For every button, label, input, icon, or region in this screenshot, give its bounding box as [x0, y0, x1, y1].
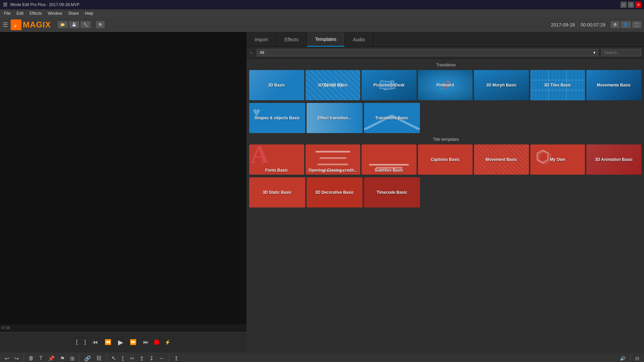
chevron-down-icon: ▾ — [593, 50, 595, 55]
ctrl-prev-scene[interactable]: ⏮ — [91, 338, 99, 347]
preview-screen — [0, 32, 247, 332]
tile-subtitles-basic[interactable]: Subtitles Basic — [362, 144, 417, 175]
trim-button[interactable]: ⟦ — [120, 354, 126, 362]
ctrl-extra[interactable]: ⚡ — [163, 338, 172, 346]
top-toolbar: ☰ // MAGIX 📂 💾 🔧 ⚙ 2017-09-28 00:00:07:2… — [0, 17, 644, 32]
undo-button[interactable]: ↩ — [3, 354, 11, 362]
menu-window[interactable]: Window — [45, 10, 65, 16]
panel: Import Effects Templates Audio ← All ▾ T… — [247, 32, 644, 352]
transitions-section-label: Transitions — [251, 63, 641, 67]
menu-help[interactable]: Help — [82, 10, 96, 16]
menu-toggle[interactable]: ☰ — [3, 21, 8, 28]
toolbar-btn-3[interactable]: 🔧 — [80, 21, 91, 28]
menubar: File Edit Effects Window Share Help — [0, 9, 644, 17]
redo-button[interactable]: ↪ — [12, 354, 21, 362]
tile-3d-tiles-basic[interactable]: 3D Tiles Basic — [530, 70, 585, 100]
transitions-grid-row2: ♥ Shapes & objects Basic Effect transiti… — [249, 103, 420, 133]
tile-3d-decorative-basic[interactable]: 3D Decorative Basic — [307, 177, 363, 207]
toolbar-btn-1[interactable]: 📂 — [58, 21, 68, 28]
tile-picturesondesk[interactable]: PicturesOnDesk — [362, 70, 417, 100]
pointer-button[interactable]: ↖ — [109, 353, 118, 362]
titlebar: 🎬 Movie Edit Pro Plus - 2017-09-28.MVP ─… — [0, 0, 644, 9]
split-button[interactable]: ✂ — [128, 354, 136, 362]
tile-3d-animation-basic[interactable]: 3D Animation Basic — [586, 144, 641, 175]
title-templates-section-label: Title templates — [251, 137, 641, 142]
flag-button[interactable]: ⚑ — [58, 354, 67, 362]
volume-button[interactable]: 🔊 — [618, 354, 628, 362]
ctrl-step-back[interactable]: ⏪ — [103, 338, 113, 347]
toolbar-btn-2[interactable]: 💾 — [69, 21, 79, 28]
menu-edit[interactable]: Edit — [14, 10, 26, 16]
grid-button[interactable]: ⊞ — [68, 354, 76, 362]
preview-timebar: 07:29 — [0, 324, 247, 331]
delete-button[interactable]: 🗑 — [26, 354, 36, 362]
layout-button[interactable]: ⊟ — [633, 354, 641, 362]
main-area: 07:29 [ ] ⏮ ⏪ ▶ ⏩ ⏭ ⚡ Import Effects Tem… — [0, 32, 644, 352]
tile-my-own[interactable]: ⬡ My Own — [530, 144, 585, 175]
preview-panel: 07:29 [ ] ⏮ ⏪ ▶ ⏩ ⏭ ⚡ — [0, 32, 247, 352]
record-button[interactable] — [154, 340, 159, 345]
toolbar-timecode: 00:00:07:29 — [581, 22, 605, 27]
stretch-button[interactable]: ↔ — [157, 354, 166, 362]
chain-button[interactable]: ⛓ — [94, 354, 104, 362]
menu-share[interactable]: Share — [65, 10, 82, 16]
import-button[interactable]: ↥ — [172, 354, 180, 362]
menu-file[interactable]: File — [1, 10, 13, 16]
tile-shapes-objects-basic[interactable]: ♥ Shapes & objects Basic — [249, 103, 305, 133]
ctrl-step-fwd[interactable]: ⏩ — [128, 338, 138, 347]
link-button[interactable]: 🔗 — [82, 354, 93, 362]
tile-movements-basic[interactable]: ↔ Movements Basic — [586, 70, 641, 100]
close-button[interactable]: ✕ — [635, 2, 641, 8]
svg-text://: // — [14, 24, 16, 28]
panel-tabs: Import Effects Templates Audio — [247, 32, 644, 47]
ctrl-next-scene[interactable]: ⏭ — [142, 338, 150, 347]
toolbar-user-btn[interactable]: 👤 — [621, 21, 631, 28]
toolbar-btn-settings[interactable]: ⚙ — [96, 21, 105, 28]
maximize-button[interactable]: □ — [628, 2, 634, 8]
transitions-grid-row1: 3D Basic 3D Series Basic — [249, 70, 641, 100]
panel-filter-bar: ← All ▾ — [247, 47, 644, 59]
tile-3d-static-basic[interactable]: 3D Static Basic — [249, 177, 305, 207]
magix-logo: // MAGIX — [11, 19, 51, 30]
toolbar-separator-5 — [630, 354, 631, 362]
toolbar-separator-4 — [169, 354, 169, 362]
tile-effect-transition[interactable]: Effect transition... — [307, 103, 363, 133]
tile-3d-basic[interactable]: 3D Basic — [249, 70, 304, 100]
toolbar-separator-1 — [23, 354, 24, 362]
expand-button[interactable]: ↥ — [138, 354, 146, 362]
minimize-button[interactable]: ─ — [621, 2, 627, 8]
tile-3d-series-basic[interactable]: 3D Series Basic — [306, 70, 361, 100]
pin-button[interactable]: 📌 — [46, 354, 57, 362]
title-templates-grid-row2: 3D Static Basic 3D Decorative Basic Time… — [249, 177, 420, 207]
filter-back-button[interactable]: ← — [249, 50, 254, 55]
tile-3d-morph-basic[interactable]: 3D Morph Basic — [474, 70, 529, 100]
toolbar-date: 2017-09-28 — [551, 22, 575, 27]
tile-timecode-basic[interactable]: Timecode Basic — [364, 177, 420, 207]
filter-dropdown-label: All — [260, 50, 264, 55]
toolbar-expand-btn[interactable]: ⛶ — [632, 21, 641, 28]
tile-movement-basic[interactable]: Movement Basic — [474, 144, 529, 175]
app-icon: 🎬 — [3, 2, 8, 7]
preview-time-start: 07:29 — [1, 326, 10, 330]
tile-fonts-basic[interactable]: A Fonts Basic — [249, 144, 304, 175]
tab-effects[interactable]: Effects — [276, 32, 307, 47]
text-button[interactable]: T — [37, 354, 45, 362]
search-input[interactable] — [601, 49, 641, 56]
menu-effects[interactable]: Effects — [27, 10, 44, 16]
toolbar-separator-3 — [106, 354, 107, 362]
tab-templates[interactable]: Templates — [307, 32, 345, 47]
toolbar-settings-btn[interactable]: ⚙ — [611, 21, 620, 28]
tile-pinboard[interactable]: 📌 Pinboard — [418, 70, 473, 100]
ctrl-mark-in[interactable]: [ — [75, 338, 79, 347]
tile-transitions-basic[interactable]: Transitions Basic — [364, 103, 420, 133]
edit-toolbar: ↩ ↪ 🗑 T 📌 ⚑ ⊞ 🔗 ⛓ ↖ ⟦ ✂ ↥ ↧ ↔ ↥ 🔊 ⊟ — [0, 352, 644, 362]
tab-audio[interactable]: Audio — [345, 32, 373, 47]
tile-opening-closing[interactable]: Opening/ Closing credit... — [306, 144, 361, 175]
toolbar-separator-2 — [79, 354, 79, 362]
ctrl-play[interactable]: ▶ — [117, 337, 124, 348]
ctrl-mark-out[interactable]: ] — [83, 338, 87, 347]
filter-dropdown[interactable]: All ▾ — [257, 49, 598, 56]
tile-captions-basic[interactable]: Captions Basic — [418, 144, 473, 175]
collapse-button[interactable]: ↧ — [147, 354, 156, 362]
tab-import[interactable]: Import — [247, 32, 276, 47]
